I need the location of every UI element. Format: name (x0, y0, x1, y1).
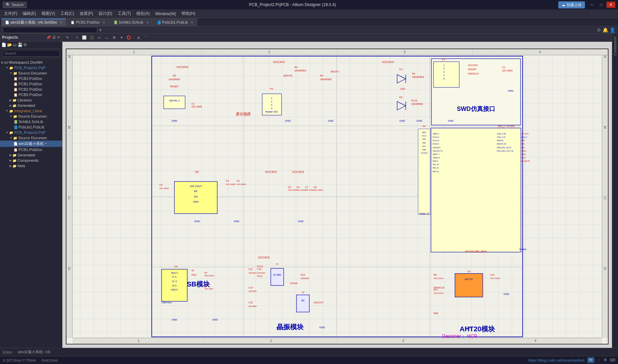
svg-text:VCC3V3: VCC3V3 (265, 170, 277, 174)
notification-icon[interactable]: 🔔 (602, 27, 608, 33)
svg-text:PA7: PA7 (423, 145, 426, 147)
tab-close-pcblib[interactable]: ✕ (191, 21, 193, 24)
search-box[interactable]: 🔍 Search (3, 2, 27, 8)
tab-schlib[interactable]: 📗 Schlib1.SchLib ✕ (110, 19, 152, 26)
toolbar-line[interactable]: ▭ (96, 34, 103, 41)
svg-rect-163 (297, 295, 309, 312)
svg-text:Y1: Y1 (276, 263, 279, 265)
svg-text:Header :: Header : (519, 248, 528, 250)
grid-info: Grid:1mm (41, 358, 58, 362)
tree-schlib1[interactable]: 📗 Schlib1.SchLib (0, 119, 62, 124)
svg-text:R10: R10 (204, 284, 209, 287)
menu-view[interactable]: 视图(V) (39, 10, 58, 18)
tab-close-schematic[interactable]: ✕ (60, 21, 62, 24)
toolbar-circle[interactable]: ⭕ (125, 34, 132, 41)
toolbar-rect2[interactable]: ⬛ (88, 34, 95, 41)
menu-project[interactable]: 工程(C) (58, 10, 77, 18)
panel-settings-icon[interactable]: ⚙ (23, 42, 27, 47)
tree-src-proj2[interactable]: ▼ 📁 Source Documen (0, 135, 62, 141)
tab-close-schlib[interactable]: ✕ (146, 21, 149, 24)
open-folder-icon[interactable]: 🗂 (13, 42, 17, 47)
tab-pcb1[interactable]: 📋 PCB1.PcbDoc ✕ (67, 19, 109, 26)
col-markers: 1 2 3 4 (66, 49, 608, 55)
svg-rect-172 (455, 274, 483, 297)
new-doc-icon[interactable]: 📄 (1, 42, 6, 47)
toolbar-arrow[interactable]: ↖ (74, 34, 80, 41)
url-link[interactable]: https://blog.csdn.net/nsnsnbahbsh (528, 358, 585, 362)
canvas-container[interactable]: 1 2 3 4 A B C D 1 2 (62, 42, 612, 348)
svg-text:PC15: PC15 (257, 275, 262, 277)
keyboard-icon[interactable]: ⌨ (610, 358, 615, 362)
tree-workspace[interactable]: ▶ 🗃 Workspace1.DsnWrl (0, 60, 62, 65)
tab-schematic[interactable]: 📄 stm32最小系统.~(4).SchDoc ✕ (1, 19, 66, 26)
tree-pcbproject2[interactable]: ▼ 📁 PCB_Project2.PrjP (0, 130, 62, 135)
toolbar-select[interactable]: ✎ (64, 34, 71, 41)
path-bar: D:\嵌入式\stm最小系统板\ ▼ ⚙ 🔔 👤 (0, 26, 618, 34)
menu-design[interactable]: 设计(D) (96, 10, 115, 18)
schematic-canvas[interactable]: 1 2 3 4 A B C D 1 2 (66, 49, 609, 344)
open-doc-icon[interactable]: 📂 (7, 42, 12, 47)
svg-text:USB-micro: USB-micro (162, 301, 172, 304)
panel-pin-icon[interactable]: 📌 (46, 35, 51, 40)
tree-nets[interactable]: ▶ 📁 Nets (0, 163, 62, 169)
maximize-button[interactable]: □ (597, 2, 605, 8)
col-1: 1 (66, 49, 202, 55)
upload-button[interactable]: ☁ 拍摄上传 (558, 1, 585, 8)
svg-text:GND: GND (194, 220, 200, 223)
tree-libraries1[interactable]: ▶ 📁 Libraries (0, 97, 62, 103)
tree-pcb2[interactable]: 📋 PCB2.PcbDoc (0, 87, 62, 92)
svg-text:R4: R4 (320, 74, 324, 77)
toolbar-hline[interactable]: — (103, 34, 110, 41)
toolbar-cross2[interactable]: ✦ (118, 34, 125, 41)
user-icon[interactable]: 👤 (610, 27, 615, 33)
panel-close-icon[interactable]: ✕ (57, 35, 60, 40)
svg-text:10KΩR0603: 10KΩR0603 (169, 78, 180, 81)
tree-pcb1-proj2[interactable]: 📋 PCB1.PcbDoc (0, 147, 62, 152)
tree-pcbproject1[interactable]: ▼ 📁 PCB_Project1.PrjP (0, 65, 62, 70)
search-input[interactable] (2, 50, 60, 57)
tree-pcb3[interactable]: 📋 PCB3.PcbDoc (0, 76, 62, 81)
menu-help[interactable]: 帮助(H) (179, 10, 198, 18)
panel-menu-icon[interactable]: ☰ (52, 35, 56, 40)
svg-text:C12: C12 (490, 274, 495, 276)
toolbar-rect[interactable]: ⬜ (81, 34, 88, 41)
tab-close-pcb1[interactable]: ✕ (103, 21, 105, 24)
menu-file[interactable]: 文件(F) (1, 10, 20, 18)
path-input[interactable]: D:\嵌入式\stm最小系统板\ (3, 27, 97, 33)
svg-marker-41 (397, 101, 405, 110)
menu-place[interactable]: 放置(P) (77, 10, 96, 18)
menu-window[interactable]: Window(W) (152, 10, 179, 17)
tree-pcb5[interactable]: 📋 PCB5.PcbDoc (0, 92, 62, 97)
toolbar-cross[interactable]: ⊕ (111, 34, 117, 41)
tree-src-intlib[interactable]: ▼ 📁 Source Documen (0, 114, 62, 119)
dropdown-arrow-icon[interactable]: ▼ (99, 28, 102, 32)
tree-pcblib1[interactable]: 📘 PcbLib1.PcbLib (0, 124, 62, 130)
mode-indicator: 半 (603, 358, 607, 363)
toolbar-sep1 (72, 35, 72, 40)
tree-pcb1-proj1[interactable]: 📋 PCB1.PcbDoc (0, 81, 62, 87)
tree-src-doc1[interactable]: ▼ 📁 Source Documen (0, 70, 62, 76)
menu-report[interactable]: 报告(A) (134, 10, 152, 18)
svg-text:2: 2 (271, 100, 272, 103)
menu-edit[interactable]: 编辑(E) (20, 10, 39, 18)
ime-indicator[interactable]: 中 (587, 357, 594, 363)
svg-text:R9: R9 (433, 274, 437, 276)
toolbar-arc[interactable]: ⌒ (143, 34, 149, 41)
toolbar-text[interactable]: A (135, 34, 142, 41)
tab-pcblib[interactable]: 📘 PcbLib1.PcbLib ✕ (153, 19, 197, 26)
svg-text:PA11: PA11 (192, 274, 197, 276)
active-editor-tab[interactable]: stm32最小系统.~(4) (18, 350, 51, 355)
settings-icon[interactable]: ⚙ (597, 27, 601, 33)
tree-stm32[interactable]: 📄 stm32最小系统.~ (0, 141, 62, 147)
close-button[interactable]: ✕ (607, 2, 615, 8)
tree-generated1[interactable]: ▶ 📁 Generated (0, 103, 62, 108)
svg-text:C9: C9 (160, 184, 163, 186)
save-icon[interactable]: 💾 (18, 42, 23, 47)
tree-intlib[interactable]: ▼ 📁 Integrated_Librar (0, 108, 62, 114)
menu-tools[interactable]: 工具(T) (115, 10, 134, 18)
tree-generated2[interactable]: ▶ 📁 Generated (0, 152, 62, 158)
tree-components[interactable]: ▶ 📁 Components (0, 158, 62, 163)
components-panel-label[interactable]: Components (613, 34, 618, 58)
svg-text:PB4: PB4 (521, 143, 525, 145)
minimize-button[interactable]: ─ (588, 2, 596, 8)
